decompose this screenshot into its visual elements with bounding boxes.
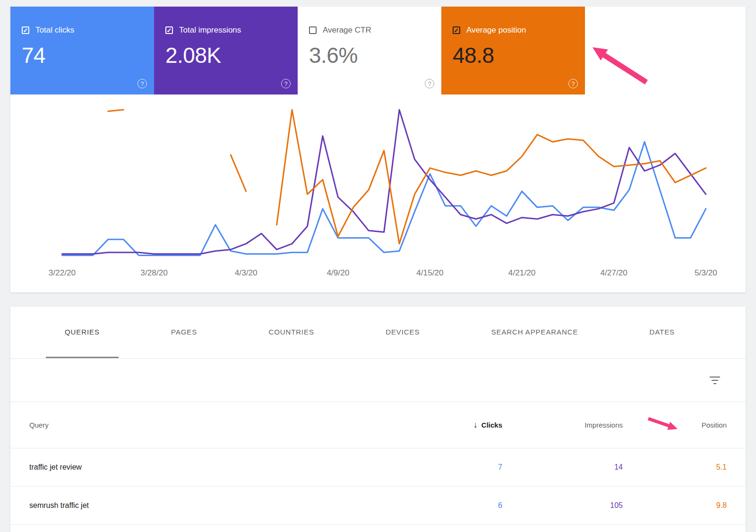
x-tick-label: 4/21/20 xyxy=(508,268,535,277)
sort-desc-icon: ↓ xyxy=(473,420,478,430)
column-header-impressions[interactable]: Impressions xyxy=(502,421,623,429)
help-icon[interactable]: ? xyxy=(425,79,434,88)
metric-card-average-position[interactable]: ✓ Average position 48.8 ? xyxy=(441,7,585,94)
impressions-cell: 105 xyxy=(502,501,623,510)
column-header-query[interactable]: Query xyxy=(29,421,431,429)
metric-card-average-ctr[interactable]: Average CTR 3.6% ? xyxy=(298,7,441,94)
performance-panel: ✓ Total clicks 74 ? ✓ Total impressions … xyxy=(10,7,746,292)
metric-card-value: 2.08K xyxy=(165,43,286,68)
column-header-clicks[interactable]: ↓ Clicks xyxy=(431,420,502,430)
checkbox-unchecked-icon[interactable] xyxy=(309,26,317,34)
help-icon[interactable]: ? xyxy=(568,79,578,88)
clicks-cell: 6 xyxy=(431,501,502,510)
metric-card-header: ✓ Total clicks xyxy=(22,26,143,35)
metric-card-label: Average CTR xyxy=(323,26,371,35)
metric-card-label: Total clicks xyxy=(35,26,74,35)
tab-devices[interactable]: DEVICES xyxy=(367,307,438,358)
results-table-panel: QUERIES PAGES COUNTRIES DEVICES SEARCH A… xyxy=(10,307,746,532)
metric-card-value: 74 xyxy=(22,43,143,68)
metric-card-total-impressions[interactable]: ✓ Total impressions 2.08K ? xyxy=(154,7,298,94)
metric-card-header: ✓ Total impressions xyxy=(165,26,286,35)
table-row[interactable]: semrush traffic jet 6 105 9.8 xyxy=(10,487,746,525)
x-tick-label: 4/9/20 xyxy=(326,268,349,277)
tab-pages[interactable]: PAGES xyxy=(152,307,216,358)
chart-line-clicks xyxy=(62,142,705,255)
metric-cards-row: ✓ Total clicks 74 ? ✓ Total impressions … xyxy=(10,7,746,94)
chart-line-impressions xyxy=(62,110,705,254)
tab-countries[interactable]: COUNTRIES xyxy=(249,307,333,358)
chart-line-position xyxy=(108,110,706,244)
x-tick-label: 5/3/20 xyxy=(695,268,717,277)
tab-search-appearance[interactable]: SEARCH APPEARANCE xyxy=(472,307,597,358)
metric-card-header: Average CTR xyxy=(309,26,430,35)
dimension-tabs: QUERIES PAGES COUNTRIES DEVICES SEARCH A… xyxy=(10,307,746,359)
clicks-cell: 7 xyxy=(431,463,502,472)
metric-card-header: ✓ Average position xyxy=(453,26,574,35)
query-cell: traffic jet review xyxy=(29,463,431,472)
impressions-cell: 14 xyxy=(502,463,623,472)
x-tick-label: 4/15/20 xyxy=(416,268,443,277)
metric-card-label: Total impressions xyxy=(179,26,241,35)
tab-queries[interactable]: QUERIES xyxy=(46,307,119,358)
help-icon[interactable]: ? xyxy=(281,79,291,88)
position-cell: 9.8 xyxy=(623,501,727,510)
help-icon[interactable]: ? xyxy=(137,79,147,88)
table-row[interactable]: traffic jet review 7 14 5.1 xyxy=(10,448,746,487)
table-toolbar xyxy=(10,359,746,402)
checkbox-checked-icon[interactable]: ✓ xyxy=(453,26,460,34)
checkbox-checked-icon[interactable]: ✓ xyxy=(22,26,29,34)
metric-card-value: 3.6% xyxy=(309,43,430,68)
metric-card-label: Average position xyxy=(466,26,526,35)
tab-dates[interactable]: DATES xyxy=(631,307,694,358)
x-tick-label: 3/28/20 xyxy=(140,268,167,277)
x-tick-label: 4/3/20 xyxy=(235,268,258,277)
table-header-row: Query ↓ Clicks Impressions Position xyxy=(10,402,746,448)
checkbox-checked-icon[interactable]: ✓ xyxy=(165,26,173,34)
metric-card-total-clicks[interactable]: ✓ Total clicks 74 ? xyxy=(10,7,154,94)
column-header-clicks-label: Clicks xyxy=(481,421,502,429)
metric-card-value: 48.8 xyxy=(453,43,574,68)
chart-area: 3/22/203/28/204/3/204/9/204/15/204/21/20… xyxy=(10,97,746,284)
position-cell: 5.1 xyxy=(623,463,727,472)
query-cell: semrush traffic jet xyxy=(29,501,431,510)
performance-chart: 3/22/203/28/204/3/204/9/204/15/204/21/20… xyxy=(10,97,746,284)
x-tick-label: 3/22/20 xyxy=(49,268,76,277)
filter-icon[interactable] xyxy=(706,372,724,388)
x-tick-label: 4/27/20 xyxy=(601,268,627,277)
column-header-position[interactable]: Position xyxy=(623,421,727,429)
